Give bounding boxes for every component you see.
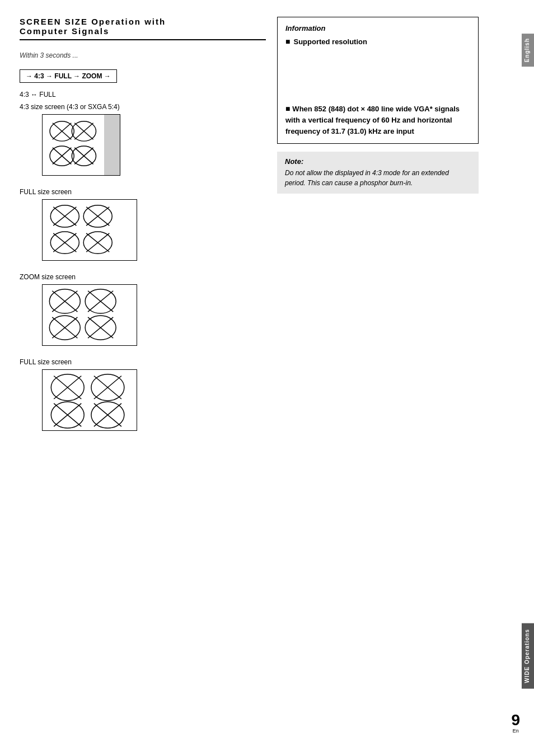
- page-number-area: 9 En: [511, 712, 520, 734]
- section-full1: FULL size screen: [20, 188, 266, 261]
- wide-operations-tab-label: WIDE Operations: [524, 629, 530, 683]
- section-full2: FULL size screen: [20, 358, 266, 431]
- right-column: Information Supported resolution When 85…: [277, 17, 479, 443]
- page-sub: En: [511, 728, 520, 734]
- screen-svg-full1: [43, 200, 137, 260]
- screen-zoom-label: ZOOM size screen: [20, 273, 266, 281]
- grey-bar-right: [104, 115, 120, 175]
- screen-diagram-zoom: [42, 284, 137, 346]
- page-title: SCREEN SIZE Operation with Computer Sign…: [20, 17, 266, 40]
- screen-diagram-43: [42, 114, 120, 176]
- note-title: Note:: [285, 157, 471, 166]
- info-title: Information: [285, 24, 470, 32]
- screen-43-label: 4:3 size screen (4:3 or SXGA 5:4): [20, 103, 266, 111]
- main-content: SCREEN SIZE Operation with Computer Sign…: [0, 17, 520, 443]
- mode-cycle-text: → 4:3 → FULL → ZOOM →: [26, 72, 111, 80]
- english-tab-label: English: [524, 38, 530, 62]
- note-box: Note: Do not allow the displayed in 4:3 …: [277, 152, 479, 194]
- section-zoom: ZOOM size screen: [20, 273, 266, 346]
- supported-resolution: Supported resolution: [285, 37, 470, 46]
- wide-operations-tab: WIDE Operations: [522, 623, 534, 689]
- english-tab: English: [522, 34, 534, 67]
- screen-diagram-full1: [42, 199, 137, 261]
- section-43: 4:3 size screen (4:3 or SXGA 5:4): [20, 103, 266, 176]
- within-text: Within 3 seconds ...: [20, 51, 266, 59]
- info-box: Information Supported resolution When 85…: [277, 17, 479, 144]
- screen-svg-full2: [43, 370, 137, 430]
- screen-svg-zoom: [43, 285, 137, 345]
- vga-info: When 852 (848) dot × 480 line wide VGA* …: [285, 103, 470, 137]
- screen-diagram-full2: [42, 369, 137, 431]
- title-line1: SCREEN SIZE Operation with: [20, 17, 266, 26]
- screen-full1-label: FULL size screen: [20, 188, 266, 196]
- title-line2: Computer Signals: [20, 26, 266, 36]
- mode-cycle-box: → 4:3 → FULL → ZOOM →: [20, 69, 117, 83]
- mode-label: 4:3 ↔ FULL: [20, 91, 266, 98]
- screen-full2-label: FULL size screen: [20, 358, 266, 366]
- page-number: 9: [511, 712, 520, 728]
- page-wrapper: English WIDE Operations 9 En SCREEN SIZE…: [0, 0, 534, 756]
- left-column: SCREEN SIZE Operation with Computer Sign…: [20, 17, 277, 443]
- supported-resolution-label: Supported resolution: [293, 37, 367, 46]
- note-text: Do not allow the displayed in 4:3 mode f…: [285, 168, 471, 188]
